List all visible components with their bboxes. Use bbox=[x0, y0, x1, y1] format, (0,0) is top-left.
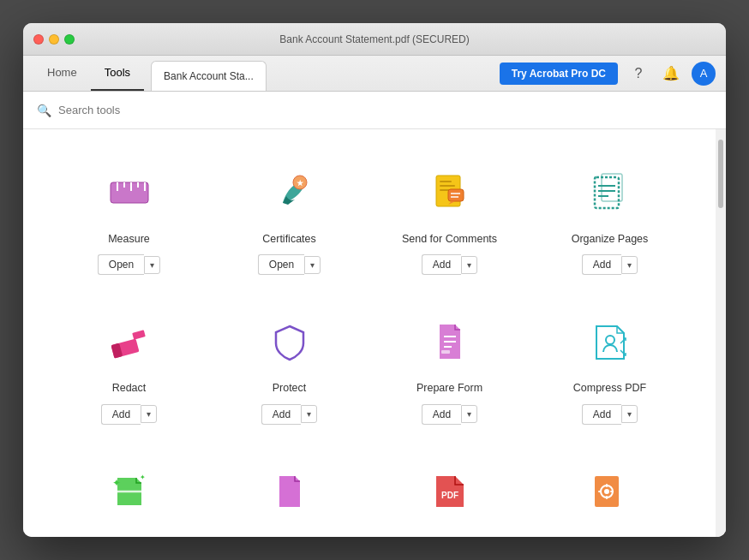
send-comments-dropdown-button[interactable]: ▾ bbox=[461, 256, 477, 274]
svg-point-38 bbox=[604, 489, 609, 494]
redact-add-button[interactable]: Add bbox=[101, 404, 141, 425]
protect-icon-wrapper bbox=[261, 313, 319, 371]
svg-rect-28 bbox=[441, 350, 450, 354]
svg-rect-41 bbox=[598, 491, 602, 492]
svg-rect-13 bbox=[448, 189, 464, 201]
window-title: Bank Account Statement.pdf (SECURED) bbox=[279, 33, 469, 45]
tabbar-actions: Try Acrobat Pro DC ? 🔔 A bbox=[500, 56, 716, 91]
app-window: Bank Account Statement.pdf (SECURED) Hom… bbox=[23, 23, 726, 537]
tool-redact: Redact Add ▾ bbox=[49, 295, 209, 444]
protect-buttons: Add ▾ bbox=[261, 404, 317, 425]
measure-buttons: Open ▾ bbox=[98, 254, 160, 275]
svg-text:★: ★ bbox=[297, 179, 304, 188]
scan-icon: ✦ ✦ bbox=[107, 469, 152, 514]
redact-dropdown-button[interactable]: ▾ bbox=[141, 405, 157, 423]
red-pdf-icon: PDF bbox=[428, 469, 472, 514]
maximize-button[interactable] bbox=[64, 34, 75, 45]
tool-organize-pages: Organize Pages Add ▾ bbox=[530, 146, 690, 295]
send-comments-label: Send for Comments bbox=[402, 232, 497, 246]
certificates-open-button[interactable]: Open bbox=[258, 254, 304, 275]
send-comments-add-button[interactable]: Add bbox=[422, 254, 461, 275]
prepare-form-buttons: Add ▾ bbox=[422, 404, 477, 425]
svg-text:PDF: PDF bbox=[441, 491, 458, 500]
compress-pdf-dropdown-button[interactable]: ▾ bbox=[621, 405, 638, 423]
question-icon: ? bbox=[635, 66, 643, 81]
purple-doc-icon bbox=[267, 469, 312, 514]
certificates-label: Certificates bbox=[262, 232, 316, 246]
compress-pdf-icon bbox=[588, 319, 632, 364]
compress-pdf-label: Compress PDF bbox=[573, 381, 646, 395]
svg-text:✦: ✦ bbox=[112, 477, 121, 489]
svg-text:✦: ✦ bbox=[140, 474, 146, 481]
svg-rect-0 bbox=[111, 182, 148, 203]
scan-icon-wrapper: ✦ ✦ bbox=[100, 462, 159, 521]
try-acrobat-button[interactable]: Try Acrobat Pro DC bbox=[500, 63, 618, 85]
redact-buttons: Add ▾ bbox=[101, 404, 157, 425]
orange-gear-icon-wrapper bbox=[581, 462, 639, 521]
tab-document[interactable]: Bank Account Sta... bbox=[151, 61, 267, 91]
prepare-form-dropdown-button[interactable]: ▾ bbox=[461, 405, 477, 423]
tools-grid-row2: Redact Add ▾ Protect bbox=[49, 295, 690, 444]
protect-icon bbox=[267, 319, 312, 364]
certificates-icon: ★ bbox=[267, 170, 312, 215]
help-button[interactable]: ? bbox=[626, 62, 650, 86]
svg-rect-40 bbox=[606, 496, 608, 499]
prepare-form-label: Prepare Form bbox=[416, 381, 482, 395]
bell-icon: 🔔 bbox=[662, 65, 680, 81]
tool-purple-doc-partial bbox=[209, 445, 369, 531]
prepare-form-icon bbox=[428, 319, 472, 364]
svg-point-29 bbox=[606, 336, 614, 344]
protect-add-button[interactable]: Add bbox=[261, 404, 301, 425]
main-content: Measure Open ▾ bbox=[23, 129, 726, 537]
organize-pages-dropdown-button[interactable]: ▾ bbox=[621, 256, 638, 274]
measure-dropdown-button[interactable]: ▾ bbox=[144, 256, 160, 274]
redact-icon-wrapper bbox=[100, 313, 159, 371]
measure-icon bbox=[107, 170, 152, 215]
minimize-button[interactable] bbox=[49, 34, 59, 45]
send-comments-buttons: Add ▾ bbox=[422, 254, 477, 275]
certificates-dropdown-button[interactable]: ▾ bbox=[304, 256, 321, 274]
tabbar-spacer bbox=[267, 56, 500, 91]
tool-scan-partial: ✦ ✦ bbox=[49, 445, 209, 531]
organize-pages-buttons: Add ▾ bbox=[582, 254, 638, 275]
tool-compress-pdf: Compress PDF Add ▾ bbox=[530, 295, 690, 444]
traffic-lights bbox=[33, 34, 75, 45]
measure-icon-wrapper bbox=[100, 164, 159, 222]
search-bar: 🔍 bbox=[23, 92, 726, 129]
tool-measure: Measure Open ▾ bbox=[49, 146, 209, 295]
protect-label: Protect bbox=[273, 381, 307, 395]
user-avatar[interactable]: A bbox=[692, 62, 716, 86]
tool-orange-gear-partial bbox=[530, 445, 690, 531]
notifications-button[interactable]: 🔔 bbox=[659, 62, 683, 86]
svg-rect-17 bbox=[595, 177, 619, 208]
tool-protect: Protect Add ▾ bbox=[209, 295, 369, 444]
scrollbar[interactable] bbox=[716, 129, 726, 537]
avatar-icon: A bbox=[700, 67, 708, 80]
scrollbar-thumb[interactable] bbox=[718, 140, 723, 208]
search-input[interactable] bbox=[58, 104, 712, 116]
red-pdf-icon-wrapper: PDF bbox=[421, 462, 479, 521]
organize-pages-add-button[interactable]: Add bbox=[582, 254, 621, 275]
certificates-icon-wrapper: ★ bbox=[261, 164, 319, 222]
prepare-form-icon-wrapper bbox=[421, 313, 479, 371]
svg-rect-24 bbox=[132, 331, 146, 340]
send-comments-icon bbox=[428, 170, 472, 215]
close-button[interactable] bbox=[33, 34, 44, 45]
protect-dropdown-button[interactable]: ▾ bbox=[301, 405, 317, 423]
svg-rect-10 bbox=[440, 181, 452, 182]
purple-doc-icon-wrapper bbox=[261, 462, 319, 521]
svg-rect-11 bbox=[440, 185, 455, 187]
tab-tools[interactable]: Tools bbox=[91, 56, 144, 91]
organize-pages-icon-wrapper bbox=[581, 164, 639, 222]
tools-grid-row1: Measure Open ▾ bbox=[49, 146, 690, 295]
compress-pdf-add-button[interactable]: Add bbox=[582, 404, 621, 425]
tab-home[interactable]: Home bbox=[33, 56, 91, 91]
tool-prepare-form: Prepare Form Add ▾ bbox=[369, 295, 530, 444]
titlebar: Bank Account Statement.pdf (SECURED) bbox=[23, 23, 726, 56]
measure-open-button[interactable]: Open bbox=[98, 254, 144, 275]
tools-container: Measure Open ▾ bbox=[23, 129, 716, 537]
redact-icon bbox=[107, 319, 152, 364]
prepare-form-add-button[interactable]: Add bbox=[422, 404, 461, 425]
measure-label: Measure bbox=[108, 232, 150, 246]
certificates-buttons: Open ▾ bbox=[258, 254, 321, 275]
